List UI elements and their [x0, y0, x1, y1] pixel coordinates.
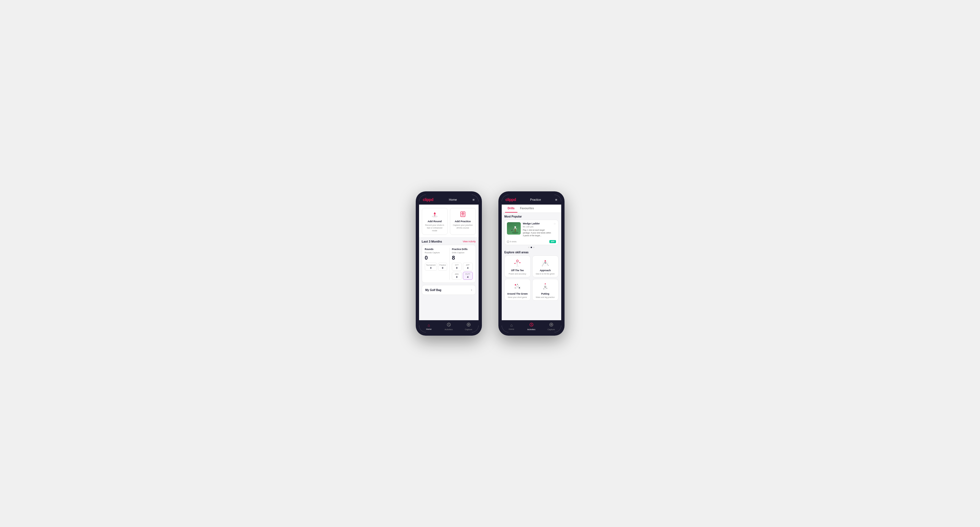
rounds-value: 0 — [425, 255, 447, 261]
add-practice-card[interactable]: Add Practice Capture your practice off-t… — [450, 208, 476, 235]
approach-name: Approach — [540, 269, 551, 272]
dot-2 — [531, 247, 532, 248]
bottom-spacer — [419, 295, 479, 298]
drill-card[interactable]: Wedge Ladder 50–100 yds Play 1 shot at e… — [504, 220, 558, 245]
add-round-card[interactable]: Add Round Record your shots in fast or e… — [422, 208, 448, 235]
pagination-dots — [502, 245, 561, 250]
putt-value: 4 — [464, 276, 471, 278]
drill-star-icon[interactable]: ☆ — [554, 222, 556, 225]
svg-point-39 — [515, 284, 516, 286]
rounds-sub-stats: Tournament 0 Practice 0 — [425, 263, 447, 271]
drill-card-inner: Wedge Ladder 50–100 yds Play 1 shot at e… — [505, 220, 558, 239]
off-the-tee-name: Off The Tee — [511, 269, 524, 272]
practice-title: Practice — [530, 198, 541, 201]
off-the-tee-desc: Power and accuracy — [509, 273, 526, 275]
putt-label: PUTT — [464, 273, 471, 275]
capture-nav-icon — [466, 322, 471, 328]
off-the-tee-icon — [512, 258, 523, 268]
skills-grid: Off The Tee Power and accuracy — [502, 256, 561, 303]
svg-point-33 — [545, 263, 546, 264]
practice-label: Practice — [439, 264, 446, 266]
phone-home: clippd Home ≡ Add Round — [416, 191, 482, 336]
svg-point-36 — [514, 287, 516, 289]
dot-3 — [533, 247, 535, 248]
nav-home[interactable]: ⌂ Home — [419, 323, 439, 330]
svg-marker-2 — [434, 212, 436, 214]
practice-tabs: Drills Favourites — [502, 205, 561, 213]
skill-off-the-tee[interactable]: Off The Tee Power and accuracy — [504, 256, 531, 277]
rounds-title: Rounds — [425, 248, 447, 251]
rounds-capture-label: Rounds Capture — [425, 251, 447, 254]
practice-home-label: Home — [509, 328, 514, 330]
drill-footer: 9 shots APP — [505, 239, 558, 245]
ott-value: 0 — [453, 267, 460, 269]
chevron-right-icon: › — [471, 288, 472, 292]
app-value: 4 — [464, 267, 471, 269]
drills-sub-stats-2: ARG 0 PUTT 4 — [452, 272, 473, 280]
practice-capture-icon — [549, 322, 554, 328]
svg-point-24 — [519, 262, 520, 264]
putt-box: PUTT 4 — [463, 272, 473, 280]
drills-title: Practice Drills — [452, 248, 473, 251]
practice-menu-icon[interactable]: ≡ — [555, 198, 557, 202]
svg-point-23 — [514, 263, 515, 264]
stats-divider — [449, 248, 450, 280]
around-the-green-desc: Hone your short game — [508, 296, 527, 298]
add-practice-icon — [459, 211, 467, 219]
skill-approach[interactable]: Approach Dial-in to hit the green — [532, 256, 558, 277]
activities-nav-label: Activities — [445, 328, 453, 331]
rounds-col: Rounds Rounds Capture 0 Tournament 0 Pra… — [425, 248, 447, 280]
practice-nav-activities[interactable]: Activities — [522, 322, 541, 331]
practice-activities-icon — [529, 322, 534, 328]
phone-practice: clippd Practice ≡ Drills Favourites Most… — [498, 191, 565, 336]
drill-info: Wedge Ladder 50–100 yds Play 1 shot at e… — [523, 222, 551, 237]
shots-badge: 9 shots — [507, 240, 517, 243]
stats-card: Rounds Rounds Capture 0 Tournament 0 Pra… — [422, 245, 476, 283]
around-the-green-name: Around The Green — [507, 292, 528, 295]
app-badge: APP — [549, 240, 556, 243]
home-bottom-nav: ⌂ Home Activities — [419, 320, 479, 332]
skill-putting[interactable]: Putting Make and lag practice — [532, 279, 558, 301]
svg-point-13 — [512, 232, 519, 234]
putting-icon — [540, 281, 551, 291]
tab-drills[interactable]: Drills — [505, 205, 517, 213]
home-header: clippd Home ≡ — [419, 195, 479, 205]
practice-box: Practice 0 — [438, 263, 447, 271]
svg-point-45 — [543, 288, 544, 290]
practice-nav-capture[interactable]: Capture — [541, 322, 561, 331]
drill-desc: Play 1 shot at each target yardage. If y… — [523, 229, 551, 237]
add-round-title: Add Round — [428, 220, 442, 223]
around-the-green-icon — [512, 281, 523, 291]
svg-line-28 — [542, 261, 545, 266]
tournament-label: Tournament — [426, 264, 436, 266]
practice-capture-label: Capture — [547, 328, 555, 331]
tab-favourites[interactable]: Favourites — [517, 205, 537, 213]
stats-row: Rounds Rounds Capture 0 Tournament 0 Pra… — [425, 248, 473, 280]
practice-nav-home[interactable]: ⌂ Home — [502, 323, 522, 330]
add-practice-title: Add Practice — [455, 220, 471, 223]
practice-screen: clippd Practice ≡ Drills Favourites Most… — [502, 195, 561, 332]
golf-bag-label: My Golf Bag — [425, 289, 441, 292]
skill-around-the-green[interactable]: Around The Green Hone your short game — [504, 279, 531, 301]
home-screen: clippd Home ≡ Add Round — [419, 195, 479, 332]
svg-line-29 — [545, 261, 548, 265]
practice-logo: clippd — [506, 197, 516, 202]
drills-sub-stats: OTT 0 APP 4 — [452, 263, 473, 271]
nav-capture[interactable]: Capture — [459, 322, 479, 331]
drill-name: Wedge Ladder — [523, 222, 551, 225]
svg-point-25 — [516, 266, 519, 267]
nav-activities[interactable]: Activities — [439, 322, 459, 331]
home-content: Add Round Record your shots in fast or e… — [419, 205, 479, 320]
view-activity-link[interactable]: View Activity — [463, 240, 476, 243]
add-round-icon — [431, 211, 439, 219]
capture-nav-label: Capture — [465, 328, 472, 331]
home-nav-label: Home — [426, 328, 431, 330]
golf-bag-row[interactable]: My Golf Bag › — [422, 285, 476, 295]
putting-name: Putting — [541, 292, 549, 295]
tournament-box: Tournament 0 — [425, 263, 437, 271]
ott-box: OTT 0 — [452, 263, 462, 271]
last3months-header: Last 3 Months View Activity — [419, 237, 479, 245]
last3months-title: Last 3 Months — [422, 240, 442, 243]
dot-1 — [528, 247, 530, 248]
menu-icon[interactable]: ≡ — [473, 198, 475, 202]
